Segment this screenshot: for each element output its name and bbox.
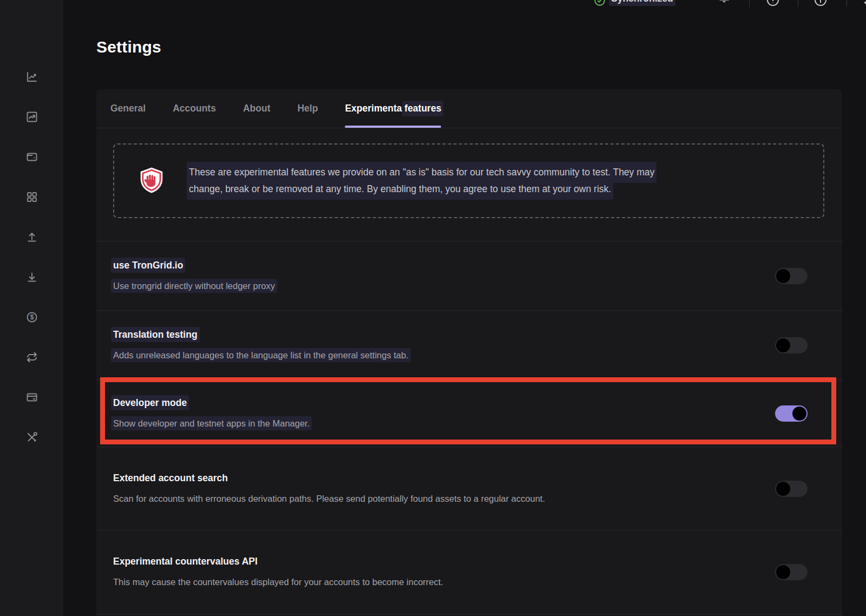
sidebar: $ bbox=[0, 0, 63, 616]
sidebar-item-experimental[interactable] bbox=[25, 431, 38, 444]
apps-grid-icon bbox=[25, 191, 38, 204]
sidebar-item-send[interactable] bbox=[25, 231, 38, 244]
shield-hand-icon bbox=[136, 165, 167, 196]
extended-account-search-toggle[interactable] bbox=[775, 481, 808, 497]
settings-tabbar: General Accounts About Help Experimental… bbox=[96, 89, 842, 128]
disclaimer-line: change, break or be removed at any time.… bbox=[189, 181, 611, 198]
sidebar-item-card[interactable] bbox=[25, 391, 38, 404]
setting-description: Use trongrid directly without ledger pro… bbox=[113, 281, 275, 291]
tab-experimental-features[interactable]: Experimental features bbox=[345, 89, 441, 128]
sidebar-item-buy-sell[interactable]: $ bbox=[25, 311, 38, 324]
topbar: Synchronized bbox=[63, 0, 866, 8]
setting-title: Translation testing bbox=[113, 329, 198, 340]
send-arrow-up-icon bbox=[25, 231, 38, 244]
sync-check-icon bbox=[594, 0, 606, 6]
countervalues-api-toggle[interactable] bbox=[775, 564, 808, 580]
setting-title: Extended account search bbox=[113, 471, 228, 484]
sidebar-item-discover[interactable] bbox=[25, 191, 38, 204]
sidebar-item-market[interactable] bbox=[25, 110, 38, 123]
sidebar-item-swap[interactable] bbox=[25, 351, 38, 364]
translation-testing-toggle[interactable] bbox=[775, 337, 808, 353]
sidebar-item-portfolio[interactable] bbox=[25, 70, 38, 83]
portfolio-chart-icon bbox=[25, 70, 38, 83]
toggle-knob bbox=[776, 565, 790, 579]
toggle-knob bbox=[792, 407, 806, 421]
developer-mode-toggle[interactable] bbox=[775, 405, 808, 422]
tab-about[interactable]: About bbox=[243, 89, 271, 128]
setting-row-countervalues-api: Experimental countervalues API This may … bbox=[96, 530, 842, 614]
toggle-knob bbox=[776, 482, 790, 496]
help-circle-icon[interactable] bbox=[766, 0, 780, 7]
info-circle-icon[interactable] bbox=[813, 0, 828, 7]
settings-rows: use TronGrid.io Use trongrid directly wi… bbox=[96, 241, 842, 614]
setting-title: use TronGrid.io bbox=[113, 260, 183, 271]
setting-row-trongrid: use TronGrid.io Use trongrid directly wi… bbox=[96, 241, 842, 310]
buy-sell-dollar-icon: $ bbox=[25, 311, 38, 324]
setting-description: Scan for accounts with erroneous derivat… bbox=[113, 491, 545, 506]
wallet-icon bbox=[25, 150, 38, 163]
setting-description: This may cause the countervalues display… bbox=[113, 574, 443, 589]
tab-general[interactable]: General bbox=[110, 89, 146, 128]
settings-panel: General Accounts About Help Experimental… bbox=[96, 89, 842, 616]
topbar-separator bbox=[749, 0, 750, 7]
setting-description: Adds unreleased languages to the languag… bbox=[113, 350, 409, 360]
receive-arrow-down-icon bbox=[25, 271, 38, 284]
experimental-tools-icon bbox=[25, 431, 38, 444]
disclaimer-line: These are experimental features we provi… bbox=[189, 164, 654, 181]
topbar-separator bbox=[798, 0, 798, 7]
setting-row-developer-mode: Developer mode Show developer and testne… bbox=[96, 379, 842, 447]
experimental-disclaimer: These are experimental features we provi… bbox=[113, 143, 824, 218]
setting-row-translation-testing: Translation testing Adds unreleased lang… bbox=[96, 310, 842, 379]
sidebar-item-receive[interactable] bbox=[25, 271, 38, 284]
sidebar-item-accounts[interactable] bbox=[25, 150, 38, 163]
gear-icon[interactable] bbox=[861, 0, 866, 6]
toggle-knob bbox=[776, 269, 790, 283]
swap-icon bbox=[25, 351, 38, 364]
setting-description: Show developer and testnet apps in the M… bbox=[113, 418, 310, 428]
topbar-separator bbox=[847, 0, 847, 7]
bell-icon[interactable] bbox=[717, 0, 731, 5]
page-title: Settings bbox=[96, 38, 161, 56]
trongrid-toggle[interactable] bbox=[775, 268, 808, 284]
toggle-knob bbox=[776, 338, 790, 352]
tab-help[interactable]: Help bbox=[297, 89, 318, 128]
setting-title: Experimental countervalues API bbox=[113, 555, 258, 568]
market-trend-icon bbox=[25, 110, 38, 123]
tab-accounts[interactable]: Accounts bbox=[173, 89, 216, 128]
sync-status-label: Synchronized bbox=[611, 0, 673, 4]
card-icon bbox=[25, 391, 38, 404]
setting-title: Developer mode bbox=[113, 397, 187, 408]
svg-text:$: $ bbox=[30, 313, 34, 321]
setting-row-extended-account-search: Extended account search Scan for account… bbox=[96, 447, 842, 530]
